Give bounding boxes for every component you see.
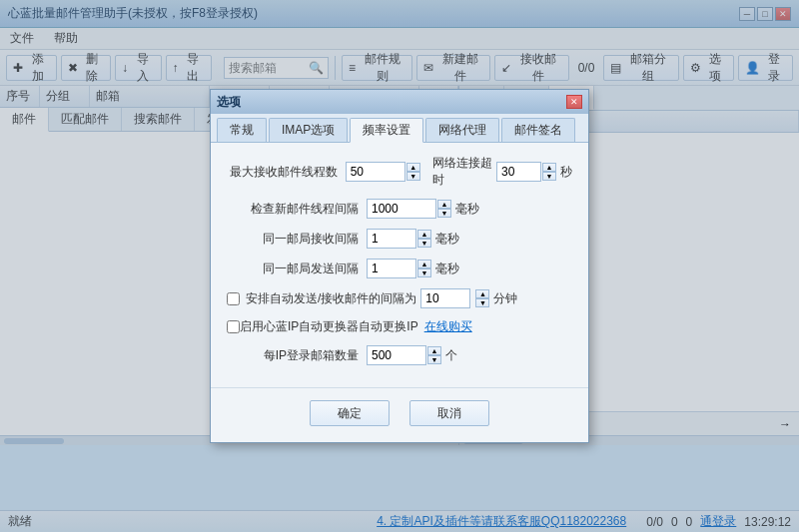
same-domain-send-row: 同一邮局发送间隔 ▲ ▼ 毫秒 [227,259,572,278]
ip-exchange-row: 启用心蓝IP自动更换器自动更换IP 在线购买 [227,318,572,335]
send-spinner: ▲ ▼ [417,260,431,277]
check-interval-row: 检查新邮件线程间隔 ▲ ▼ 毫秒 [227,199,572,219]
max-threads-spinner: ▲ ▼ [406,163,420,181]
check-interval-label: 检查新邮件线程间隔 [227,201,367,218]
same-domain-recv-label: 同一邮局接收间隔 [227,231,367,248]
check-interval-spinner: ▲ ▼ [437,200,451,218]
recv-unit: 毫秒 [435,231,459,248]
auto-schedule-checkbox[interactable] [227,292,240,305]
network-timeout-input[interactable] [496,162,541,182]
check-interval-unit: 毫秒 [455,201,479,218]
max-threads-label: 最大接收邮件线程数 [227,164,346,181]
network-timeout-label: 网络连接超时 [432,155,492,189]
max-threads-row: 最大接收邮件线程数 ▲ ▼ 网络连接超时 ▲ ▼ 秒 [227,155,572,189]
ci-spinner-up[interactable]: ▲ [437,200,451,209]
as-spinner-up[interactable]: ▲ [475,289,489,298]
timeout-spinner: ▲ ▼ [542,163,556,181]
auto-schedule-input[interactable] [420,288,470,308]
auto-schedule-label: 安排自动发送/接收邮件的间隔为 [246,290,416,307]
ci-spinner-down[interactable]: ▼ [437,209,451,218]
auto-schedule-row: 安排自动发送/接收邮件的间隔为 ▲ ▼ 分钟 [227,288,572,308]
cancel-button[interactable]: 取消 [409,400,489,426]
spinner-up[interactable]: ▲ [406,163,420,172]
dialog-title: 选项 [217,94,241,111]
per-ip-up[interactable]: ▲ [427,346,441,355]
dialog-footer: 确定 取消 [211,387,588,442]
timeout-spinner-down[interactable]: ▼ [542,172,556,181]
ip-exchange-link[interactable]: 在线购买 [424,318,472,335]
dialog-tab-general[interactable]: 常规 [217,118,267,142]
dialog-tab-signature[interactable]: 邮件签名 [501,118,575,142]
dialog-tab-frequency[interactable]: 频率设置 [350,118,423,143]
per-ip-spinner: ▲ ▼ [427,346,441,364]
timeout-spinner-up[interactable]: ▲ [542,163,556,172]
dialog-body: 最大接收邮件线程数 ▲ ▼ 网络连接超时 ▲ ▼ 秒 检查新邮件线程间隔 [211,143,588,387]
dialog-tabs: 常规 IMAP选项 频率设置 网络代理 邮件签名 [211,114,588,143]
recv-spinner-up[interactable]: ▲ [417,230,431,239]
dialog-tab-imap[interactable]: IMAP选项 [269,118,348,142]
per-ip-down[interactable]: ▼ [427,355,441,364]
recv-spinner-down[interactable]: ▼ [417,239,431,248]
per-ip-limit-input[interactable] [367,345,426,365]
ip-exchange-checkbox[interactable] [227,320,240,333]
per-ip-limit-label: 每IP登录邮箱数量 [227,347,367,364]
send-spinner-down[interactable]: ▼ [417,268,431,277]
as-spinner-down[interactable]: ▼ [475,298,489,307]
ip-exchange-label: 启用心蓝IP自动更换器自动更换IP [240,318,418,335]
recv-spinner: ▲ ▼ [417,230,431,248]
options-dialog: 选项 ✕ 常规 IMAP选项 频率设置 网络代理 邮件签名 最大接收邮件线程数 … [210,89,589,443]
timeout-unit: 秒 [560,164,572,181]
spinner-down[interactable]: ▼ [406,172,420,181]
max-threads-input[interactable] [346,162,405,182]
auto-schedule-spinner: ▲ ▼ [475,289,489,307]
same-domain-send-input[interactable] [367,259,416,278]
per-ip-unit: 个 [445,347,457,364]
send-unit: 毫秒 [435,261,459,277]
dialog-close-button[interactable]: ✕ [566,95,582,109]
dialog-overlay: 选项 ✕ 常规 IMAP选项 频率设置 网络代理 邮件签名 最大接收邮件线程数 … [0,0,799,532]
check-interval-input[interactable] [367,199,436,219]
same-domain-recv-row: 同一邮局接收间隔 ▲ ▼ 毫秒 [227,229,572,249]
same-domain-recv-input[interactable] [367,229,416,249]
ok-button[interactable]: 确定 [310,400,390,426]
same-domain-send-label: 同一邮局发送间隔 [227,261,367,277]
dialog-title-bar: 选项 ✕ [211,90,588,114]
send-spinner-up[interactable]: ▲ [417,260,431,268]
auto-schedule-unit: 分钟 [493,290,517,307]
dialog-tab-network[interactable]: 网络代理 [425,118,499,142]
per-ip-limit-row: 每IP登录邮箱数量 ▲ ▼ 个 [227,345,572,365]
